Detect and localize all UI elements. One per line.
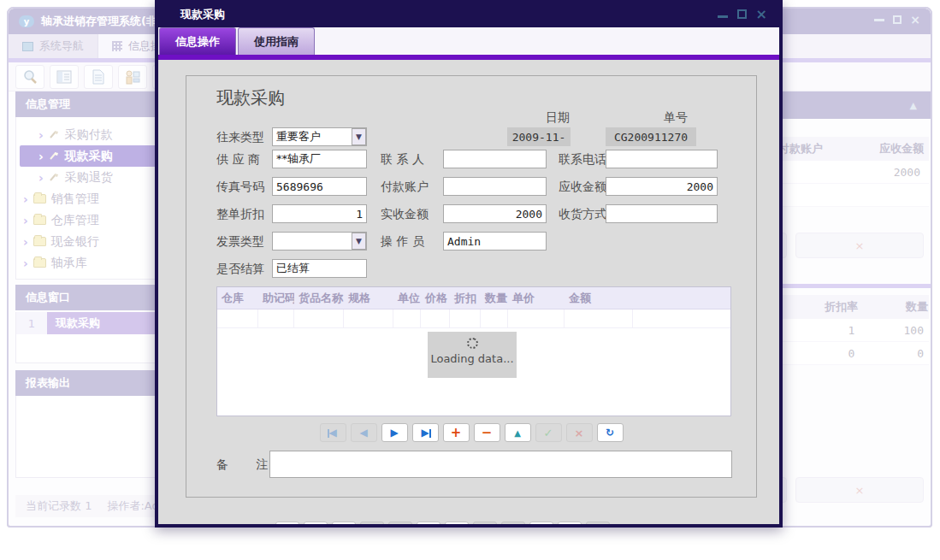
chevron-down-icon[interactable]: ▼ [352,128,366,145]
remark-input[interactable] [269,451,732,478]
delivery-input[interactable] [606,204,718,223]
toolbar-button[interactable] [360,522,384,528]
screen: y 轴承进销存管理系统(非注 × 系统导航 信息操作 [0,0,940,560]
col-price[interactable]: 价格 [421,291,450,306]
invoice-label: 发票类型 [216,234,264,250]
date-value: 2009-11- [507,127,571,146]
accent-bar [158,55,779,60]
col-discount[interactable]: 折扣 [450,291,481,306]
toolbar-button[interactable] [388,522,412,528]
toolbar-button[interactable] [417,522,440,528]
phone-label: 联系电话 [559,152,606,168]
fax-label: 传真号码 [216,180,264,195]
col-spec[interactable]: 规格 [344,291,393,306]
operator-label: 操 作 员 [381,234,424,250]
grid-empty-row[interactable] [217,309,730,328]
col-warehouse[interactable]: 仓库 [217,291,258,306]
received-input[interactable]: 2000 [443,204,547,223]
account-input[interactable] [443,177,547,196]
toolbar-button[interactable] [332,522,356,528]
last-record-button[interactable]: ▶ [412,423,439,442]
spinner-icon [465,336,480,351]
loading-indicator: Loading data... [428,332,517,378]
toolbar-button[interactable] [473,522,497,528]
col-amount[interactable]: 金额 [565,291,633,306]
dialog-tabbar: 信息操作 使用指南 [158,27,779,55]
toolbar-button[interactable] [445,522,469,528]
loading-text: Loading data... [428,352,517,365]
phone-input[interactable] [606,150,718,168]
date-label: 日期 [546,110,570,126]
type-label: 往来类型 [216,130,264,145]
supplier-label: 供 应 商 [216,152,260,168]
received-label: 实收金额 [381,207,429,222]
cancel-record-button[interactable]: × [566,423,593,442]
post-record-button[interactable]: ✓ [535,423,562,442]
refresh-button[interactable]: ↻ [597,423,624,442]
cash-purchase-dialog: 现款采购 × 信息操作 使用指南 现款采购 日期 2009-11- 单号 CG2… [155,0,783,528]
toolbar-button[interactable] [275,522,299,528]
tab-user-guide[interactable]: 使用指南 [238,27,315,55]
col-qty[interactable]: 数量 [481,291,508,306]
order-no-label: 单号 [664,110,688,126]
contact-input[interactable] [443,150,547,168]
grid-header: 仓库 助记码 货品名称 规格 单位 价格 折扣 数量 单价 金额 [217,287,730,309]
delete-record-button[interactable]: − [474,423,500,442]
receivable-label: 应收金额 [559,180,606,195]
discount-input[interactable]: 1 [272,204,367,223]
discount-label: 整单折扣 [216,207,264,222]
next-record-button[interactable]: ▶ [381,423,408,442]
close-icon[interactable]: × [756,9,767,19]
dialog-title: 现款采购 [180,7,225,22]
first-record-button[interactable]: ◀ [320,423,346,442]
toolbar-button[interactable] [501,522,525,528]
form-heading: 现款采购 [216,86,285,109]
minimize-icon[interactable] [718,15,728,18]
fax-input[interactable]: 5689696 [272,177,367,196]
prior-record-button[interactable]: ◀ [351,423,377,442]
bottom-toolbar [275,522,610,528]
tab-info-operate[interactable]: 信息操作 [159,27,236,55]
toolbar-button[interactable] [586,522,610,528]
supplier-input[interactable]: **轴承厂 [272,150,367,168]
settled-label: 是否结算 [216,262,264,277]
record-navigator: ◀ ◀ ▶ ▶ + − ▲ ✓ × ↻ [186,423,756,442]
operator-input[interactable]: Admin [443,232,547,251]
toolbar-button[interactable] [558,522,582,528]
settled-input[interactable]: 已结算 [272,259,367,278]
insert-record-button[interactable]: + [443,423,470,442]
form-panel: 现款采购 日期 2009-11- 单号 CG200911270 往来类型 重要客… [186,75,757,498]
account-label: 付款账户 [381,180,429,195]
edit-record-button[interactable]: ▲ [505,423,531,442]
contact-label: 联 系 人 [381,152,424,168]
col-goods-name[interactable]: 货品名称 [294,291,344,306]
col-mnemonic[interactable]: 助记码 [258,291,294,306]
detail-grid: 仓库 助记码 货品名称 规格 单位 价格 折扣 数量 单价 金额 [216,286,731,416]
chevron-down-icon[interactable]: ▼ [352,233,366,250]
dialog-titlebar[interactable]: 现款采购 × [158,2,779,27]
toolbar-button[interactable] [304,522,328,528]
order-no-value: CG200911270 [606,127,696,146]
delivery-label: 收货方式 [559,207,606,222]
toolbar-button[interactable] [529,522,553,528]
maximize-icon[interactable] [737,9,747,19]
col-unit[interactable]: 单位 [393,291,421,306]
col-unit-price[interactable]: 单价 [508,291,565,306]
receivable-input[interactable]: 2000 [606,177,718,196]
